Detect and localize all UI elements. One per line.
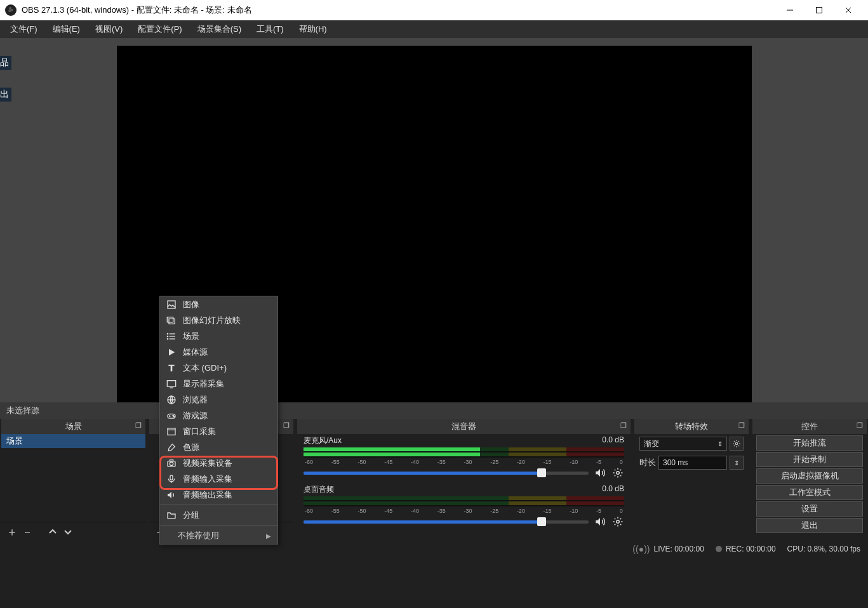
play-icon [166,347,177,357]
mixer-channel: 桌面音频 0.0 dB -60-55-50-45-40-35-30-25-20-… [297,483,631,532]
window-maximize-button[interactable] [805,0,834,20]
ctx-item-deprecated[interactable]: 不推荐使用 ▶ [160,527,277,544]
transition-duration-label: 时长 [639,457,656,468]
camera-icon [166,458,177,468]
status-rec-text: REC: 00:00:00 [726,545,776,553]
ctx-item-image[interactable]: 图像 [160,296,277,312]
transition-duration-input[interactable]: 300 ms [658,456,727,470]
scene-remove-button[interactable]: － [20,525,34,539]
ctx-item-scene[interactable]: 场景 [160,328,277,344]
dock-popout-icon[interactable]: ❐ [283,421,290,430]
gamepad-icon [166,411,177,421]
scene-move-up-button[interactable] [46,525,60,539]
ctx-item-browser[interactable]: 浏览器 [160,392,277,407]
ctx-item-video-capture[interactable]: 视频采集设备 [160,455,277,471]
no-source-label: 未选择源 [6,405,39,416]
dock-popout-icon[interactable]: ❐ [135,421,142,430]
dock-scenes: 场景 ❐ 场景 ＋ － [1,419,145,541]
mixer-volume-slider[interactable] [304,472,589,475]
scene-add-button[interactable]: ＋ [5,525,19,539]
slideshow-icon [166,315,177,326]
add-source-context-menu: 图像 图像幻灯片放映 场景 媒体源 文本 (GDI+) 显示器采集 浏览器 游戏… [159,296,278,545]
transition-select[interactable]: 渐变 ⇕ [639,437,727,451]
mixer-ticks: -60-55-50-45-40-35-30-25-20-15-10-50 [304,459,624,466]
speaker-out-icon [166,490,177,500]
window-close-button[interactable] [834,0,863,20]
ctx-label: 分组 [183,510,199,521]
transition-duration-value: 300 ms [663,458,688,467]
start-virtualcam-button[interactable]: 启动虚拟摄像机 [756,468,863,484]
mixer-channel-name: 桌面音频 [304,484,334,495]
svg-point-28 [170,462,173,465]
ctx-item-display-capture[interactable]: 显示器采集 [160,376,277,392]
menu-view[interactable]: 视图(V) [88,21,130,37]
menu-file[interactable]: 文件(F) [3,21,45,37]
dock-controls-header[interactable]: 控件 ❐ [752,419,867,434]
dock-transitions-header[interactable]: 转场特效 ❐ [634,419,749,434]
ctx-item-audio-output[interactable]: 音频输出采集 [160,487,277,503]
globe-icon [166,395,177,405]
ctx-item-text[interactable]: 文本 (GDI+) [160,360,277,376]
ctx-item-audio-input[interactable]: 音频输入采集 [160,471,277,487]
start-recording-button[interactable]: 开始录制 [756,452,863,467]
status-cpu-text: CPU: 0.8%, 30.00 fps [787,545,860,553]
menu-tools[interactable]: 工具(T) [249,21,291,37]
ctx-label: 色源 [183,442,199,453]
settings-button[interactable]: 设置 [756,501,863,517]
start-streaming-button[interactable]: 开始推流 [756,435,863,451]
dock-scenes-header[interactable]: 场景 ❐ [1,419,145,434]
ctx-item-group[interactable]: 分组 [160,507,277,523]
studio-mode-button[interactable]: 工作室模式 [756,485,863,500]
brush-icon [166,442,177,453]
ctx-label: 场景 [183,331,199,342]
svg-rect-10 [169,319,175,324]
transition-duration-stepper[interactable]: ⇕ [730,456,744,470]
no-source-selected-bar: 未选择源 [0,402,868,419]
dock-mixer-header[interactable]: 混音器 ❐ [297,419,631,434]
svg-point-7 [735,442,738,445]
dock-mixer-title: 混音器 [451,421,476,432]
transition-select-value: 渐变 [644,439,659,449]
scene-list-item[interactable]: 场景 [1,434,145,448]
menu-scene-collection[interactable]: 场景集合(S) [190,21,249,37]
dock-popout-icon[interactable]: ❐ [738,421,745,430]
menu-separator [160,505,277,505]
speaker-icon[interactable] [594,515,606,528]
exit-button[interactable]: 退出 [756,518,863,533]
dock-popout-icon[interactable]: ❐ [857,421,863,430]
scene-move-down-button[interactable] [61,525,75,539]
gear-icon[interactable] [611,515,624,528]
dock-mixer: 混音器 ❐ 麦克风/Aux 0.0 dB -60-55-50-45-40-35-… [297,419,631,541]
mixer-body: 麦克风/Aux 0.0 dB -60-55-50-45-40-35-30-25-… [297,434,631,541]
ctx-label: 浏览器 [183,394,208,406]
mixer-channel-name: 麦克风/Aux [304,435,342,446]
window-title: OBS 27.1.3 (64-bit, windows) - 配置文件: 未命名… [22,4,775,16]
list-icon [166,331,177,341]
window-minimize-button[interactable] [775,0,805,20]
ctx-item-slideshow[interactable]: 图像幻灯片放映 [160,312,277,328]
ctx-item-media[interactable]: 媒体源 [160,344,277,360]
transition-settings-button[interactable] [730,437,744,451]
gear-icon[interactable] [611,466,624,479]
status-live-text: LIVE: 00:00:00 [653,545,704,553]
ctx-label: 显示器采集 [183,378,224,390]
menu-help[interactable]: 帮助(H) [291,21,335,37]
svg-rect-1 [817,8,822,13]
svg-rect-17 [167,380,175,386]
ctx-label: 窗口采集 [183,426,216,437]
docks-row: 场景 ❐ 场景 ＋ － 来源 ❐ ＋ － 混音器 [0,419,868,541]
preview-area: 品 出 [0,38,868,402]
ctx-item-window-capture[interactable]: 窗口采集 [160,423,277,439]
image-icon [166,300,177,310]
menu-edit[interactable]: 编辑(E) [45,21,88,37]
ctx-item-color-source[interactable]: 色源 [160,439,277,455]
mixer-meter [304,447,624,458]
mixer-volume-slider[interactable] [304,520,589,524]
menu-profile[interactable]: 配置文件(P) [130,21,189,37]
ctx-item-game-capture[interactable]: 游戏源 [160,407,277,423]
svg-rect-29 [170,459,173,461]
ctx-label: 视频采集设备 [183,458,232,469]
speaker-icon[interactable] [594,466,606,479]
dock-popout-icon[interactable]: ❐ [620,421,627,430]
svg-rect-25 [168,428,175,435]
